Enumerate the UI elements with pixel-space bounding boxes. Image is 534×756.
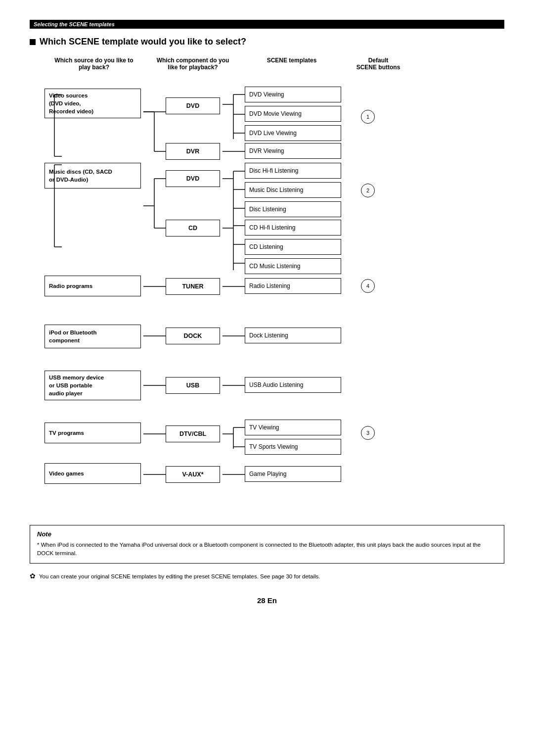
comp-box-dock: DOCK [166, 328, 220, 344]
btn2-label: 2 [366, 188, 369, 193]
section-title: Which SCENE template would you like to s… [30, 37, 504, 47]
scene-cd-listening-text: CD Listening [249, 243, 283, 250]
scene-box-music-disc: Music Disc Listening [245, 182, 341, 198]
source-radio-text: Radio programs [49, 283, 92, 289]
header-bar: Selecting the SCENE templates [30, 20, 504, 29]
comp-vaux-text: V-AUX* [182, 471, 203, 478]
scene-box-cd-music: CD Music Listening [245, 258, 341, 274]
scene-disc-listening-text: Disc Listening [249, 206, 286, 213]
scene-tv-sports-text: TV Sports Viewing [249, 443, 298, 450]
comp-usb-text: USB [186, 382, 199, 389]
comp-box-dvd2: DVD [166, 170, 220, 187]
note-title: Note [37, 530, 497, 538]
scene-box-usb-audio: USB Audio Listening [245, 377, 341, 393]
chart-container: Video sources(DVD video,Recorded video) … [30, 75, 504, 520]
col-header-component: Which component do you like for playback… [153, 57, 232, 71]
scene-button-4[interactable]: 4 [361, 279, 375, 293]
scene-dock-text: Dock Listening [249, 332, 288, 339]
note-text: * When iPod is connected to the Yamaha i… [37, 541, 497, 558]
scene-dvd-viewing-text: DVD Viewing [249, 91, 284, 98]
source-box-radio: Radio programs [44, 276, 141, 296]
col-header-scene: SCENE templates [242, 57, 341, 71]
header-bar-text: Selecting the SCENE templates [34, 21, 115, 27]
scene-box-disc-hifi: Disc Hi-fi Listening [245, 163, 341, 179]
scene-button-3[interactable]: 3 [361, 426, 375, 440]
source-box-games: Video games [44, 463, 141, 484]
comp-dvd1-text: DVD [186, 102, 199, 109]
comp-dtv-text: DTV/CBL [179, 430, 206, 437]
page: Selecting the SCENE templates Which SCEN… [0, 0, 534, 624]
comp-cd-text: CD [188, 225, 197, 232]
note-section: Note * When iPod is connected to the Yam… [30, 525, 504, 564]
asterisk-symbol: * [37, 542, 41, 548]
scene-button-1[interactable]: 1 [361, 110, 375, 124]
scene-radio-text: Radio Listening [249, 283, 290, 289]
title-square-icon [30, 39, 36, 45]
comp-dvr-text: DVR [186, 148, 199, 155]
scene-game-playing-text: Game Playing [249, 471, 286, 477]
scene-box-cd-listening: CD Listening [245, 239, 341, 255]
comp-box-cd: CD [166, 220, 220, 236]
scene-music-disc-text: Music Disc Listening [249, 187, 303, 193]
comp-box-usb: USB [166, 377, 220, 394]
comp-box-tuner: TUNER [166, 278, 220, 295]
col-header-source: Which source do you like to play back? [44, 57, 143, 71]
source-video-text: Video sources(DVD video,Recorded video) [49, 92, 93, 115]
page-number-text: 28 En [257, 596, 277, 605]
scene-button-2[interactable]: 2 [361, 184, 375, 197]
comp-box-dvd1: DVD [166, 97, 220, 114]
source-tv-text: TV programs [49, 430, 84, 436]
scene-box-radio: Radio Listening [245, 278, 341, 294]
scene-box-disc-listening: Disc Listening [245, 201, 341, 217]
source-box-tv: TV programs [44, 423, 141, 443]
comp-box-dvr: DVR [166, 143, 220, 160]
source-box-usb: USB memory deviceor USB portableaudio pl… [44, 371, 141, 400]
col-header-default: Default SCENE buttons [346, 57, 410, 71]
tip-section: ✿ You can create your original SCENE tem… [30, 570, 504, 581]
scene-dvd-movie-text: DVD Movie Viewing [249, 110, 302, 117]
comp-box-dtv: DTV/CBL [166, 425, 220, 442]
scene-box-dvd-viewing: DVD Viewing [245, 87, 341, 102]
source-games-text: Video games [49, 471, 84, 476]
scene-usb-audio-text: USB Audio Listening [249, 381, 303, 388]
col-headers: Which source do you like to play back? W… [30, 57, 504, 71]
source-usb-text: USB memory deviceor USB portableaudio pl… [49, 374, 104, 397]
scene-tv-viewing-text: TV Viewing [249, 424, 279, 431]
tip-icon: ✿ [30, 572, 36, 580]
scene-box-game-playing: Game Playing [245, 466, 341, 482]
scene-box-dvr-viewing: DVR Viewing [245, 143, 341, 159]
scene-box-tv-sports: TV Sports Viewing [245, 439, 341, 455]
scene-dvd-live-text: DVD Live Viewing [249, 130, 297, 137]
scene-box-cd-hifi: CD Hi-fi Listening [245, 220, 341, 236]
source-ipod-text: iPod or Bluetoothcomponent [49, 329, 96, 344]
note-asterisk-text: When iPod is connected to the Yamaha iPo… [37, 542, 481, 556]
scene-disc-hifi-text: Disc Hi-fi Listening [249, 167, 298, 174]
comp-box-vaux: V-AUX* [166, 466, 220, 483]
btn3-label: 3 [366, 430, 369, 436]
source-box-ipod: iPod or Bluetoothcomponent [44, 325, 141, 348]
scene-dvr-viewing-text: DVR Viewing [249, 147, 284, 154]
scene-box-tv-viewing: TV Viewing [245, 420, 341, 435]
page-number: 28 En [30, 596, 504, 605]
btn1-label: 1 [366, 114, 369, 120]
diagram-wrapper: Which source do you like to play back? W… [30, 57, 504, 520]
tip-text: You can create your original SCENE templ… [39, 573, 320, 579]
scene-box-dvd-live: DVD Live Viewing [245, 125, 341, 141]
scene-cd-hifi-text: CD Hi-fi Listening [249, 224, 295, 231]
source-box-music: Music discs (CD, SACDor DVD-Audio) [44, 163, 141, 189]
source-box-video: Video sources(DVD video,Recorded video) [44, 89, 141, 118]
scene-box-dock: Dock Listening [245, 328, 341, 343]
comp-dvd2-text: DVD [186, 175, 199, 182]
section-title-text: Which SCENE template would you like to s… [40, 37, 246, 47]
comp-tuner-text: TUNER [182, 283, 203, 290]
comp-dock-text: DOCK [184, 332, 202, 339]
btn4-label: 4 [366, 283, 369, 289]
scene-cd-music-text: CD Music Listening [249, 263, 300, 270]
scene-box-dvd-movie: DVD Movie Viewing [245, 106, 341, 122]
source-music-text: Music discs (CD, SACDor DVD-Audio) [49, 168, 112, 184]
